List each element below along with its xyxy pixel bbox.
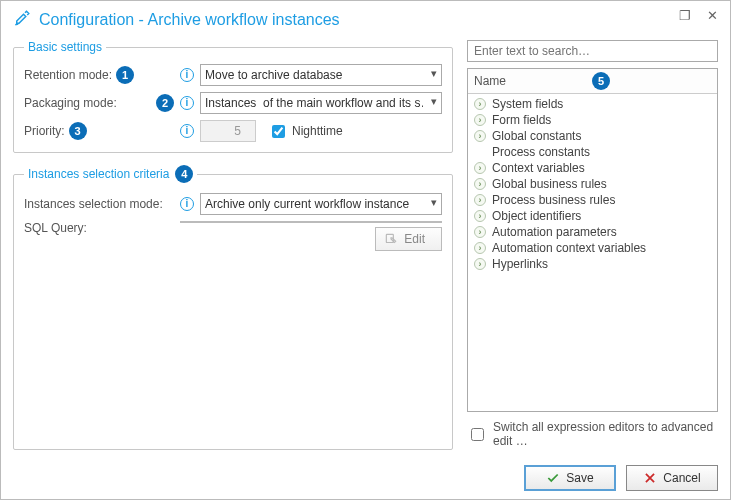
basic-settings-legend: Basic settings — [24, 40, 106, 54]
expand-icon[interactable] — [474, 130, 486, 142]
sql-query-textarea — [180, 221, 442, 223]
expand-icon[interactable] — [474, 210, 486, 222]
tree-panel: Name 5 System fieldsForm fieldsGlobal co… — [467, 68, 718, 412]
selection-mode-label: Instances selection mode: — [24, 197, 174, 211]
expand-icon[interactable] — [474, 178, 486, 190]
retention-mode-label: Retention mode: — [24, 68, 112, 82]
nighttime-checkbox[interactable]: Nighttime — [268, 122, 343, 141]
window-title: Configuration - Archive workflow instanc… — [39, 11, 340, 29]
tree-item-label: Context variables — [492, 161, 585, 175]
tree-item[interactable]: System fields — [468, 96, 717, 112]
info-icon[interactable]: i — [180, 197, 194, 211]
tree-item-label: Process business rules — [492, 193, 615, 207]
advanced-edit-checkbox[interactable]: Switch all expression editors to advance… — [467, 418, 718, 450]
tree-item-label: Automation context variables — [492, 241, 646, 255]
basic-settings-group: Basic settings Retention mode: 1 i Packa… — [13, 40, 453, 153]
expand-icon[interactable] — [474, 98, 486, 110]
tree-header: Name — [474, 74, 506, 88]
callout-badge-3: 3 — [69, 122, 87, 140]
selection-mode-select[interactable] — [200, 193, 442, 215]
check-icon — [546, 471, 560, 485]
expand-icon[interactable] — [474, 258, 486, 270]
nighttime-label: Nighttime — [292, 124, 343, 138]
tree-item-label: Global constants — [492, 129, 581, 143]
selection-criteria-legend: Instances selection criteria 4 — [24, 165, 197, 183]
info-icon[interactable]: i — [180, 96, 194, 110]
info-icon[interactable]: i — [180, 124, 194, 138]
expand-icon[interactable] — [474, 242, 486, 254]
tree-item-label: Global business rules — [492, 177, 607, 191]
priority-label: Priority: — [24, 124, 65, 138]
expand-icon[interactable] — [474, 162, 486, 174]
tree-item[interactable]: Global constants — [468, 128, 717, 144]
maximize-icon[interactable]: ❐ — [675, 7, 695, 24]
expand-icon[interactable] — [474, 226, 486, 238]
priority-stepper — [200, 120, 256, 142]
tools-icon — [13, 9, 31, 30]
sql-query-label: SQL Query: — [24, 221, 174, 235]
tree-item-label: Hyperlinks — [492, 257, 548, 271]
callout-badge-4: 4 — [175, 165, 193, 183]
retention-mode-select[interactable] — [200, 64, 442, 86]
tree-item-label: System fields — [492, 97, 563, 111]
save-button[interactable]: Save — [524, 465, 616, 491]
callout-badge-5: 5 — [592, 72, 610, 90]
tree-item[interactable]: Form fields — [468, 112, 717, 128]
close-icon[interactable]: ✕ — [703, 7, 722, 24]
tree-item-label: Automation parameters — [492, 225, 617, 239]
tree-item-label: Process constants — [492, 145, 590, 159]
callout-badge-1: 1 — [116, 66, 134, 84]
packaging-mode-select — [200, 92, 442, 114]
title-bar: Configuration - Archive workflow instanc… — [1, 1, 730, 40]
tree-item[interactable]: Process business rules — [468, 192, 717, 208]
tree-item-label: Form fields — [492, 113, 551, 127]
cancel-button[interactable]: Cancel — [626, 465, 718, 491]
callout-badge-2: 2 — [156, 94, 174, 112]
tree-item[interactable]: Global business rules — [468, 176, 717, 192]
edit-icon — [384, 232, 398, 246]
tree-item[interactable]: Process constants — [468, 144, 717, 160]
expand-icon[interactable] — [474, 194, 486, 206]
expand-icon[interactable] — [474, 114, 486, 126]
info-icon[interactable]: i — [180, 68, 194, 82]
packaging-mode-label: Packaging mode: — [24, 96, 117, 110]
selection-criteria-group: Instances selection criteria 4 Instances… — [13, 165, 453, 450]
tree-item[interactable]: Context variables — [468, 160, 717, 176]
edit-button: Edit — [375, 227, 442, 251]
tree-item-label: Object identifiers — [492, 209, 581, 223]
tree-item[interactable]: Automation context variables — [468, 240, 717, 256]
cross-icon — [643, 471, 657, 485]
tree-item[interactable]: Object identifiers — [468, 208, 717, 224]
tree-item[interactable]: Automation parameters — [468, 224, 717, 240]
search-input[interactable] — [467, 40, 718, 62]
tree-item[interactable]: Hyperlinks — [468, 256, 717, 272]
advanced-edit-label: Switch all expression editors to advance… — [493, 420, 718, 448]
